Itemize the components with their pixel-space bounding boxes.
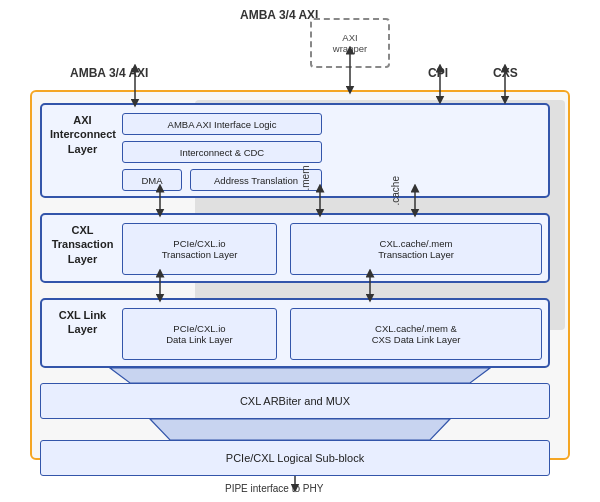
lpif-top-label: LPIF bbox=[340, 371, 361, 382]
arbiter-box: CXL ARBiter and MUX bbox=[40, 383, 550, 419]
arbiter-label: CXL ARBiter and MUX bbox=[240, 395, 350, 407]
cxl-trans-box: CXL Transaction Layer PCIe/CXL.io Transa… bbox=[40, 213, 550, 283]
mem-label: .mem bbox=[300, 166, 311, 191]
pipe-label: PIPE interface to PHY bbox=[225, 483, 323, 494]
cxl-trans-title: CXL Transaction Layer bbox=[50, 223, 115, 266]
cxs-label: CXS bbox=[493, 66, 518, 80]
dma-box: DMA bbox=[122, 169, 182, 191]
cxl-link-box: CXL Link Layer PCIe/CXL.io Data Link Lay… bbox=[40, 298, 550, 368]
amba-left-label: AMBA 3/4 AXI bbox=[70, 66, 148, 80]
lpif-bottom-label: LPIF bbox=[260, 428, 281, 439]
pcie-cxl-io-trans-box: PCIe/CXL.io Transaction Layer bbox=[122, 223, 277, 275]
axi-wrapper-label: AXI wrapper bbox=[333, 32, 367, 54]
logical-subblock-box: PCIe/CXL Logical Sub-block bbox=[40, 440, 550, 476]
interconnect-cdc-box: Interconnect & CDC bbox=[122, 141, 322, 163]
axi-wrapper-box: AXI wrapper bbox=[310, 18, 390, 68]
cache-label: .cache bbox=[390, 176, 401, 205]
axi-layer-box: AXI Interconnect Layer AMBA AXI Interfac… bbox=[40, 103, 550, 198]
axi-layer-title: AXI Interconnect Layer bbox=[50, 113, 115, 156]
cxl-cache-mem-trans-box: CXL.cache/.mem Transaction Layer bbox=[290, 223, 542, 275]
diagram-container: AMBA 3/4 AXI AXI wrapper AMBA 3/4 AXI CP… bbox=[0, 0, 600, 502]
cxl-cache-mem-cxs-box: CXL.cache/.mem & CXS Data Link Layer bbox=[290, 308, 542, 360]
cpi-top-label: CPI bbox=[428, 66, 448, 80]
logical-subblock-label: PCIe/CXL Logical Sub-block bbox=[226, 452, 364, 464]
amba-top-label: AMBA 3/4 AXI bbox=[240, 8, 318, 22]
pcie-cxl-io-data-box: PCIe/CXL.io Data Link Layer bbox=[122, 308, 277, 360]
cxl-link-title: CXL Link Layer bbox=[50, 308, 115, 337]
amba-axi-logic-box: AMBA AXI Interface Logic bbox=[122, 113, 322, 135]
